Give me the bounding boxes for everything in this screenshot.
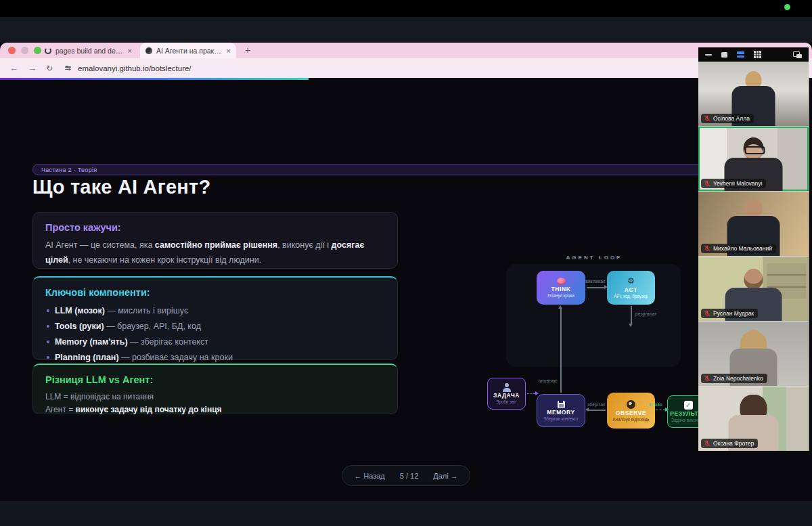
tab-label: AI Агенти на практиці [156,47,223,55]
diff-line-agent: Агент = виконує задачу від початку до кі… [45,403,385,416]
tab-close-icon[interactable]: × [128,47,132,55]
site-settings-icon[interactable] [65,66,71,70]
reload-button[interactable]: ↻ [46,64,53,73]
arrow-observe-to-memory [587,410,606,411]
card-title: Ключові компоненти: [45,287,385,298]
arrowhead [558,305,562,309]
back-button[interactable]: ← [9,63,18,73]
minimize-window-button[interactable] [21,47,28,54]
desktop-strip-bottom [0,501,812,526]
participant-tile[interactable]: Yevhenii Malovanyi [698,127,809,191]
participant-name: Руслан Мудрак [713,310,754,317]
check-icon: ✓ [684,401,693,410]
participant-name-badge: Михайло Мальований [701,244,776,253]
slide-title: Що таке AI Агент? [32,176,210,198]
muted-mic-icon [704,115,710,122]
desktop-strip-top [0,17,812,43]
speaker-view-icon[interactable] [721,52,727,58]
minimize-strip-icon[interactable] [705,54,712,56]
participant-head [744,137,764,160]
browser-window: pages build and deployment × AI Агенти н… [0,43,812,501]
participant-tile[interactable]: Zoia Nepochatenko [698,322,809,386]
slide-page-indicator: 5 / 12 [400,472,419,480]
node-think: THINK Планує кроки [537,271,585,305]
slide-navigation: ← Назад 5 / 12 Далі → [342,465,470,486]
list-item: Memory (пам'ять) — зберігає контекст [45,334,385,350]
popout-icon[interactable] [793,51,802,58]
card-llm-vs-agent: Різниця LLM vs Агент: LLM = відповідає н… [32,364,398,414]
node-memory: MEMORY Зберігає контекст [537,394,585,427]
arrow-label-call: викликає [582,279,609,284]
node-act: ⚙ ACT API, код, браузер [607,271,655,305]
person-icon [502,383,512,391]
card-title: Просто кажучи: [45,222,385,233]
participant-head [744,269,763,289]
next-slide-button[interactable]: Далі → [433,472,458,480]
node-task: ЗАДАЧА Зроби звіт [487,378,526,410]
arrow-memory-to-think [560,307,562,393]
participant-name: Zoia Nepochatenko [713,375,763,382]
participant-tile[interactable]: Осіпова Алла [698,62,809,126]
address-bar[interactable]: emalovanyi.github.io/botslecture/ [78,64,191,72]
arrowhead [665,408,669,412]
diff-line-llm: LLM = відповідає на питання [45,391,385,403]
arrowhead [604,285,608,289]
gallery-view-icon[interactable] [754,51,761,58]
participant-name: Оксана Фротер [713,440,754,447]
close-window-button[interactable] [8,47,16,54]
forward-button[interactable]: → [28,63,37,73]
muted-mic-icon [704,440,710,447]
participant-name-badge: Осіпова Алла [701,114,754,123]
tab-strip: pages build and deployment × AI Агенти н… [0,43,812,58]
participant-name: Осіпова Алла [713,115,750,122]
new-tab-button[interactable]: + [245,45,250,56]
prev-slide-button[interactable]: ← Назад [354,472,385,480]
tab-close-icon[interactable]: × [227,47,231,55]
arrowhead [535,391,539,395]
gear-icon: ⚙ [627,277,635,286]
agent-loop-diagram: AGENT LOOP ЗАДАЧА Зроби звіт THINK Плану… [474,249,717,459]
section-badge: Частина 2 · Теорія [32,164,709,175]
brain-icon [557,278,566,285]
tab-globe-icon [145,47,152,54]
participant-tile[interactable]: Руслан Мудрак [698,257,809,321]
list-item: LLM (мозок) — мислить і вирішує [45,303,385,319]
strip-view-icon[interactable] [737,51,744,58]
floppy-disk-icon [558,401,565,408]
arrow-label-save: зберігає [587,402,606,407]
participant-name-badge: Zoia Nepochatenko [701,374,767,383]
participant-tile[interactable]: Михайло Мальований [698,192,809,256]
participant-head [745,330,763,350]
screen: pages build and deployment × AI Агенти н… [0,0,812,526]
list-item: Tools (руки) — браузер, API, БД, код [45,319,385,334]
tab-ai-agents[interactable]: AI Агенти на практиці × [140,43,236,58]
muted-mic-icon [704,310,710,317]
participant-tiles: Осіпова Алла Yevhenii Malovanyi [698,62,809,451]
arrowhead [629,324,633,327]
participant-head [745,198,763,218]
section-badge-label: Частина 2 · Теорія [41,167,97,173]
menu-bar [0,0,812,17]
card-key-components: Ключові компоненти: LLM (мозок) — мислит… [32,276,398,360]
card-body: AI Агент — це система, яка самостійно пр… [45,238,385,268]
participant-name-badge: Оксана Фротер [701,439,758,448]
card-simply-put: Просто кажучи: AI Агент — це система, як… [32,212,398,269]
tab-loading-icon [45,47,51,54]
slide-viewport: Частина 2 · Теорія Що таке AI Агент? Про… [0,80,812,501]
arrow-task-to-loop [527,393,535,394]
eye-icon [627,400,635,409]
video-sidebar-controls [698,47,809,62]
tab-pages-build[interactable]: pages build and deployment × [39,43,137,58]
arrow-think-to-act [587,287,604,288]
arrowhead [585,408,589,412]
diagram-caption: AGENT LOOP [506,255,682,261]
browser-toolbar: ← → ↻ emalovanyi.github.io/botslecture/ [0,58,812,78]
recording-indicator-dot [784,4,790,10]
muted-mic-icon [704,245,710,252]
arrow-label-result: результат [635,311,657,316]
participant-tile[interactable]: Оксана Фротер [698,387,809,451]
participant-head [744,395,763,416]
participant-name: Михайло Мальований [713,245,772,252]
tab-label: pages build and deployment [55,47,124,55]
muted-mic-icon [704,375,710,382]
